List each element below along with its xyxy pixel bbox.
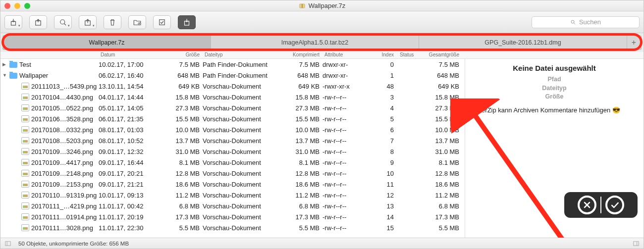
file-compressed: 5.5 MB	[280, 224, 322, 232]
file-name: Wallpaper	[19, 72, 48, 79]
file-total-size: 10.0 MB	[425, 126, 463, 134]
search-icon	[570, 19, 576, 25]
info-meta-type: Dateityp	[542, 84, 566, 93]
delete-button[interactable]	[104, 15, 121, 29]
file-index: 4	[363, 104, 398, 112]
image-file-icon	[21, 181, 29, 188]
view-button[interactable]: ▾	[54, 15, 72, 29]
file-type: Vorschau-Dokument	[203, 159, 280, 166]
table-row[interactable]: 20170110…91319.png10.01.17, 09:1311.2 MB…	[0, 190, 465, 200]
file-total-size: 8.1 MB	[425, 159, 463, 166]
table-row[interactable]: 20170109…3246.png09.01.17, 12:3231.0 MBV…	[0, 146, 465, 157]
file-total-size: 5.5 MB	[425, 224, 463, 232]
disclosure-triangle-icon[interactable]: ▼	[2, 73, 7, 78]
save-button[interactable]: ▾	[79, 15, 97, 29]
search-field[interactable]: Suchen	[532, 16, 640, 28]
file-index: 0	[363, 61, 398, 68]
file-name: 20170109…2148.png	[31, 170, 93, 177]
info-meta-size: Größe	[545, 93, 564, 101]
image-file-icon	[21, 148, 29, 155]
table-row[interactable]: 20170109…2153.png09.01.17, 21:2118.6 MBV…	[0, 179, 465, 190]
table-row[interactable]: 20170109…4417.png09.01.17, 16:448.1 MBVo…	[0, 157, 465, 168]
svg-rect-7	[160, 19, 165, 25]
file-compressed: 11.2 MB	[280, 192, 322, 199]
file-compressed: 7.5 MB	[280, 61, 322, 68]
file-list[interactable]: ▶Test10.02.17, 17:007.5 MBPath Finder-Do…	[0, 59, 465, 238]
file-attributes: -rw-r--r--	[322, 137, 363, 145]
file-index: 13	[363, 202, 398, 210]
image-file-icon	[21, 137, 29, 144]
file-attributes: -rw-r--r--	[322, 170, 363, 177]
table-row[interactable]: 20170104…4430.png04.01.17, 14:4415.8 MBV…	[0, 92, 465, 102]
file-index: 14	[363, 213, 398, 221]
file-index: 1	[363, 72, 398, 79]
table-row[interactable]: 20170109…2148.png09.01.17, 20:2112.8 MBV…	[0, 168, 465, 179]
tab-1[interactable]: ImageAlpha1.5.0.tar.bz2	[211, 36, 419, 50]
table-row[interactable]: 20170111…01914.png11.01.17, 20:1917.3 MB…	[0, 211, 465, 222]
table-row[interactable]: 20111013_…5439.png13.10.11, 14:54649 KBV…	[0, 81, 465, 92]
tab-2[interactable]: GPG_Suite-2016.12b1.dmg	[419, 36, 627, 50]
table-row[interactable]: 20170108…5203.png08.01.17, 10:5213.7 MBV…	[0, 135, 465, 146]
info-meta-path: Pfad	[547, 75, 561, 84]
file-attributes: -rw-r--r--	[322, 115, 363, 123]
cancel-button[interactable]	[578, 196, 596, 214]
file-total-size: 18.6 MB	[425, 181, 463, 188]
file-index: 10	[363, 170, 398, 177]
close-window-button[interactable]	[4, 3, 10, 9]
file-date: 13.10.11, 14:54	[99, 83, 167, 90]
file-size: 11.2 MB	[167, 192, 203, 199]
archive-button[interactable]	[178, 15, 196, 29]
file-compressed: 10.0 MB	[280, 126, 322, 134]
table-row[interactable]: 20170106…3528.png06.01.17, 21:3515.5 MBV…	[0, 113, 465, 124]
confirm-button[interactable]	[605, 196, 624, 214]
image-file-icon	[21, 202, 29, 209]
table-row[interactable]: 20170111_…4219.png11.01.17, 00:426.8 MBV…	[0, 200, 465, 211]
table-row[interactable]: ▶Test10.02.17, 17:007.5 MBPath Finder-Do…	[0, 59, 465, 70]
zoom-window-button[interactable]	[24, 3, 30, 9]
file-attributes: -rw-r--r--	[322, 192, 363, 199]
table-row[interactable]: 20170108…0332.png08.01.17, 01:0310.0 MBV…	[0, 124, 465, 135]
image-file-icon	[21, 213, 29, 220]
image-file-icon	[21, 126, 29, 133]
file-name: 20170111_…4219.png	[31, 202, 97, 210]
file-compressed: 6.8 MB	[280, 202, 322, 210]
extract-button[interactable]: ▾	[4, 15, 22, 29]
select-button[interactable]	[153, 15, 171, 29]
tab-add-button[interactable]: +	[627, 36, 641, 50]
add-button[interactable]	[29, 15, 47, 29]
file-name: 20170104…4430.png	[31, 94, 93, 101]
image-file-icon	[21, 224, 29, 231]
status-text: 50 Objekte, unkomprimierte Größe: 656 MB	[18, 241, 129, 247]
file-size: 15.5 MB	[167, 115, 203, 123]
file-total-size: 15.8 MB	[425, 94, 463, 101]
file-attributes: drwxr-xr-	[322, 72, 363, 79]
image-file-icon	[21, 115, 29, 122]
table-row[interactable]: 20170111…3028.png11.01.17, 22:305.5 MBVo…	[0, 222, 465, 233]
file-size: 7.5 MB	[167, 61, 203, 68]
svg-rect-0	[299, 3, 305, 7]
expand-right-icon[interactable]	[633, 240, 640, 247]
file-type: Vorschau-Dokument	[203, 224, 280, 232]
file-total-size: 6.8 MB	[425, 202, 463, 210]
new-folder-button[interactable]	[128, 15, 146, 29]
svg-rect-11	[5, 241, 11, 245]
disclosure-triangle-icon[interactable]: ▶	[2, 62, 7, 67]
file-date: 11.01.17, 22:30	[99, 224, 167, 232]
file-size: 8.1 MB	[167, 159, 203, 166]
file-attributes: -rw-r--r--	[322, 104, 363, 112]
image-file-icon	[21, 83, 29, 90]
file-attributes: -rw-r--r--	[322, 94, 363, 101]
table-row[interactable]: ▼Wallpaper06.02.17, 16:40648 MBPath Find…	[0, 70, 465, 81]
file-total-size: 17.3 MB	[425, 213, 463, 221]
file-date: 10.01.17, 09:13	[99, 192, 167, 199]
file-date: 09.01.17, 16:44	[99, 159, 167, 166]
window-title: Wallpaper.7z	[309, 2, 346, 9]
file-size: 17.3 MB	[167, 213, 203, 221]
tab-bar: Wallpaper.7zImageAlpha1.5.0.tar.bz2GPG_S…	[2, 35, 642, 50]
tab-0[interactable]: Wallpaper.7z	[3, 36, 211, 50]
column-header[interactable]: Datum Größe Dateityp Komprimiert Attribu…	[0, 52, 644, 59]
minimize-window-button[interactable]	[14, 3, 20, 9]
table-row[interactable]: 20170105…0522.png05.01.17, 14:0527.3 MBV…	[0, 102, 465, 113]
expand-left-icon[interactable]	[4, 240, 11, 247]
file-index: 11	[363, 181, 398, 188]
